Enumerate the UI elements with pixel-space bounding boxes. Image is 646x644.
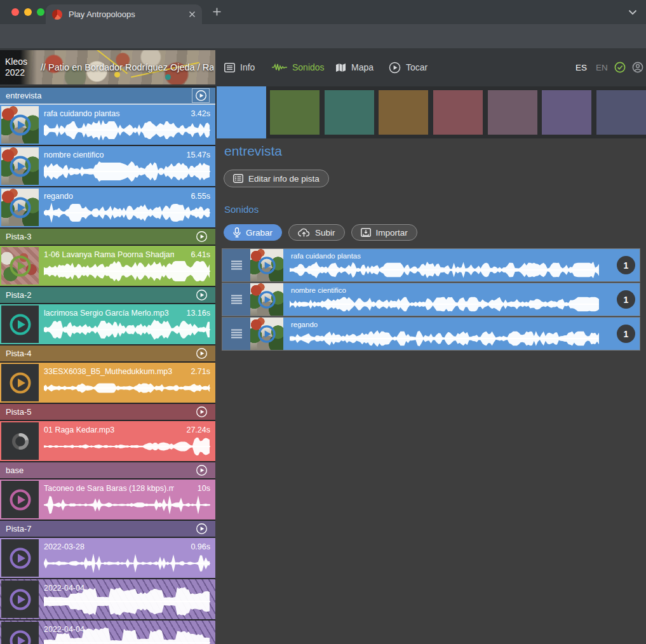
track-header-entrevista[interactable]: entrevista (0, 88, 215, 105)
clip-thumbnail[interactable] (1, 622, 39, 644)
account-icon[interactable] (632, 62, 643, 73)
track-color-tile-8[interactable] (596, 90, 646, 135)
language-toggle-en[interactable]: EN (596, 48, 608, 86)
track-header-Pista-2[interactable]: Pista-2 (0, 287, 215, 303)
track-header-Pista-3[interactable]: Pista-3 (0, 229, 215, 245)
play-icon (257, 290, 276, 309)
clip-entrevista-3[interactable]: regando6.55s (0, 187, 215, 227)
track-play-button[interactable] (193, 405, 210, 419)
clip-base-1[interactable]: Taconeo de Sara Baras (128 kbps).mp310s (0, 480, 215, 520)
track-play-button[interactable] (192, 88, 210, 103)
sound-drag-handle[interactable] (222, 318, 250, 350)
nav-item-tocar[interactable]: Tocar (389, 48, 427, 86)
nav-item-mapa[interactable]: Mapa (335, 48, 373, 86)
tab-search-chevron-icon[interactable] (628, 10, 637, 15)
track-header-Pista-4[interactable]: Pista-4 (0, 345, 215, 361)
sound-drag-handle[interactable] (222, 283, 250, 316)
play-icon (9, 255, 32, 278)
track-color-tile-5[interactable] (433, 90, 483, 135)
subir-button[interactable]: Subir (288, 224, 345, 241)
clip-thumbnail[interactable] (1, 580, 39, 618)
app-logo[interactable]: Kleos 2022 (0, 50, 37, 84)
subir-label: Subir (315, 228, 335, 238)
clip-name: Taconeo de Sara Baras (128 kbps).mp3 (44, 484, 174, 493)
track-header-base[interactable]: base (0, 462, 215, 478)
sound-thumbnail[interactable] (250, 318, 283, 350)
grabar-button[interactable]: Grabar (224, 224, 282, 241)
clip-Pista-5-1[interactable]: 01 Raga Kedar.mp327.24s (0, 421, 215, 461)
sound-body[interactable]: rafa cuidando plantas1 (283, 249, 640, 281)
sound-body[interactable]: regando1 (283, 318, 640, 350)
edit-track-info-button[interactable]: Editar info de pista (224, 170, 329, 187)
clip-waveform (44, 586, 210, 617)
importar-button[interactable]: Importar (351, 224, 417, 241)
clip-thumbnail[interactable] (1, 189, 39, 226)
sound-thumbnail[interactable] (250, 283, 283, 316)
track-play-button[interactable] (193, 288, 210, 302)
language-toggle-es[interactable]: ES (575, 48, 587, 86)
track-play-button[interactable] (193, 522, 210, 535)
clip-name: nombre cientifico (44, 151, 104, 159)
sound-body[interactable]: nombre cientifico1 (283, 283, 640, 316)
sound-name: rafa cuidando plantas (291, 252, 361, 260)
drag-handle-icon (231, 295, 243, 304)
breadcrumb: // Patio en Bordador Rodríguez Ojeda / R… (41, 50, 213, 84)
track-play-button[interactable] (193, 230, 210, 243)
clip-name: lacrimosa Sergio García Merlo.mp3 (44, 309, 169, 318)
sound-row-3[interactable]: regando1 (222, 318, 640, 350)
clip-thumbnail[interactable] (1, 305, 39, 343)
clip-thumbnail[interactable] (1, 539, 39, 577)
track-color-tile-3[interactable] (325, 90, 374, 135)
close-window-button[interactable] (11, 8, 19, 16)
clip-Pista-2-1[interactable]: lacrimosa Sergio García Merlo.mp313.16s (0, 304, 215, 344)
sound-waveform (290, 262, 599, 278)
nav-item-sonidos[interactable]: Sonidos (272, 48, 325, 86)
new-tab-button[interactable] (212, 7, 222, 17)
sound-row-2[interactable]: nombre cientifico1 (222, 283, 640, 316)
clip-thumbnail[interactable] (1, 106, 39, 144)
importar-label: Importar (376, 228, 408, 238)
fullscreen-window-button[interactable] (37, 8, 44, 16)
play-icon (9, 155, 32, 178)
sound-list: rafa cuidando plantas1nombre cientifico1… (222, 249, 640, 352)
clip-thumbnail[interactable] (1, 247, 39, 285)
clip-entrevista-2[interactable]: nombre cientifico15.47s (0, 146, 215, 186)
sound-row-1[interactable]: rafa cuidando plantas1 (222, 249, 640, 281)
track-header-Pista-5[interactable]: Pista-5 (0, 404, 215, 420)
track-detail-title: entrevista (224, 144, 282, 159)
clip-Pista-7-3[interactable]: 2022-04-04 (0, 621, 215, 644)
clip-thumbnail[interactable] (1, 147, 39, 185)
clip-thumbnail[interactable] (1, 481, 39, 518)
track-color-tile-6[interactable] (488, 90, 537, 135)
nav-item-info[interactable]: Info (224, 48, 255, 86)
track-color-tile-7[interactable] (542, 90, 591, 135)
clip-Pista-3-1[interactable]: 1-06 Lavanya Rama Poorna Shadjam Rupak…6… (0, 246, 215, 286)
import-icon (361, 228, 371, 237)
list-info-icon (233, 174, 243, 183)
clip-Pista-7-1[interactable]: 2022-03-280.96s (0, 538, 215, 578)
logo-line-2: 2022 (5, 67, 37, 78)
clip-entrevista-1[interactable]: rafa cuidando plantas3.42s (0, 105, 215, 145)
clip-duration: 0.96s (191, 542, 210, 551)
app-header: Kleos 2022 // Patio en Bordador Rodrígue… (0, 48, 646, 86)
track-color-tile-4[interactable] (379, 90, 428, 135)
sound-thumbnail[interactable] (250, 249, 283, 281)
sync-check-icon[interactable] (614, 62, 626, 73)
info-icon (224, 63, 235, 72)
sound-drag-handle[interactable] (222, 249, 250, 281)
track-color-tile-1[interactable] (217, 86, 266, 138)
clip-thumbnail[interactable] (1, 422, 39, 460)
track-play-button[interactable] (193, 347, 210, 360)
clip-Pista-4-1[interactable]: 33ESX6038_B5_Muthedukkum.mp32.71s (0, 363, 215, 403)
track-play-button[interactable] (193, 464, 210, 477)
browser-tab[interactable]: Play Antropoloops (46, 4, 202, 24)
track-play-icon (196, 289, 208, 301)
close-tab-icon[interactable] (189, 11, 196, 18)
clip-thumbnail[interactable] (1, 364, 39, 401)
track-color-tile-2[interactable] (270, 90, 320, 135)
track-name: Pista-3 (6, 232, 193, 241)
track-name: Pista-5 (6, 407, 193, 417)
track-header-Pista-7[interactable]: Pista-7 (0, 521, 215, 537)
minimize-window-button[interactable] (24, 8, 32, 16)
clip-Pista-7-2[interactable]: 2022-04-04 (0, 579, 215, 619)
